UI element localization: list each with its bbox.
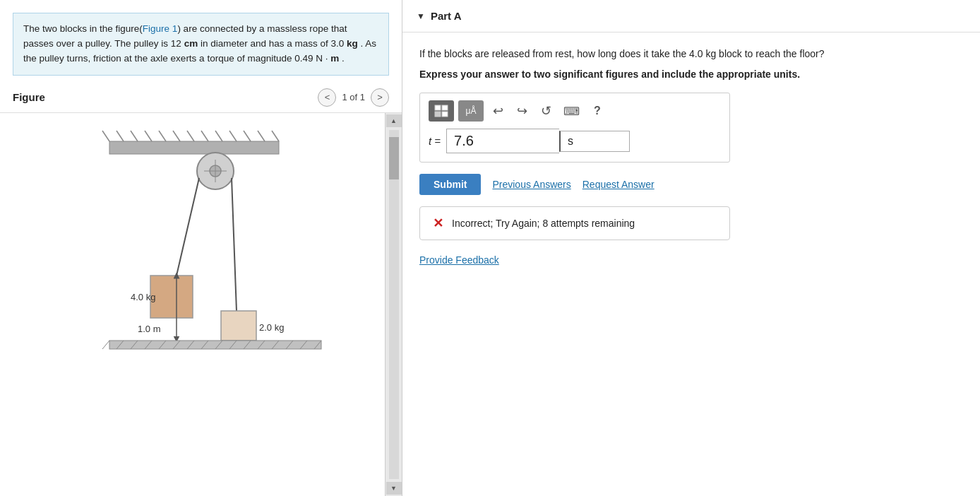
- figure-link[interactable]: Figure 1: [143, 23, 178, 34]
- figure-next-btn[interactable]: >: [371, 88, 389, 107]
- svg-line-27: [102, 341, 109, 349]
- scroll-up-btn[interactable]: ▲: [386, 114, 402, 127]
- figure-navigation: < 1 of 1 >: [318, 88, 389, 107]
- incorrect-box: ✕ Incorrect; Try Again; 8 attempts remai…: [419, 206, 730, 240]
- matrix-icon: [434, 105, 448, 117]
- figure-page: 1 of 1: [342, 92, 365, 102]
- svg-rect-44: [442, 105, 448, 110]
- svg-line-4: [145, 131, 152, 141]
- svg-line-1: [102, 131, 109, 141]
- question-text: If the blocks are released from rest, ho…: [419, 47, 963, 61]
- svg-rect-46: [442, 112, 448, 117]
- keyboard-button[interactable]: ⌨: [560, 101, 583, 121]
- svg-line-12: [258, 131, 265, 141]
- instruction-text: Express your answer to two significant f…: [419, 69, 963, 80]
- svg-line-19: [232, 178, 237, 311]
- part-content: If the blocks are released from rest, ho…: [402, 33, 980, 280]
- mu-button[interactable]: μÅ: [458, 100, 484, 122]
- svg-text:2.0 kg: 2.0 kg: [259, 322, 284, 333]
- answer-input-row: t =: [429, 129, 721, 153]
- svg-line-8: [201, 131, 208, 141]
- previous-answers-link[interactable]: Previous Answers: [492, 179, 570, 190]
- svg-line-5: [159, 131, 166, 141]
- figure-area: Figure < 1 of 1 >: [0, 83, 402, 496]
- svg-rect-20: [150, 276, 193, 318]
- feedback-link[interactable]: Provide Feedback: [419, 254, 499, 266]
- collapse-arrow-icon[interactable]: ▼: [417, 11, 425, 21]
- scroll-track: [389, 130, 399, 479]
- request-answer-link[interactable]: Request Answer: [582, 179, 655, 190]
- part-title: Part A: [431, 10, 462, 22]
- figure-prev-btn[interactable]: <: [318, 88, 336, 107]
- svg-line-7: [187, 131, 194, 141]
- left-panel: The two blocks in the figure(Figure 1) a…: [0, 0, 402, 496]
- svg-text:1.0 m: 1.0 m: [138, 324, 161, 334]
- figure-header: Figure < 1 of 1 >: [0, 83, 402, 113]
- svg-rect-24: [221, 311, 256, 341]
- part-header: ▼ Part A: [402, 0, 980, 33]
- incorrect-icon: ✕: [433, 215, 443, 231]
- svg-rect-45: [435, 112, 441, 117]
- svg-line-2: [116, 131, 124, 141]
- matrix-button[interactable]: [429, 100, 454, 122]
- answer-label: t =: [429, 135, 441, 147]
- redo-button[interactable]: ↪: [512, 101, 532, 121]
- problem-text: The two blocks in the figure(Figure 1) a…: [13, 13, 389, 76]
- physics-diagram: 4.0 kg 1.0 m 2.0 kg: [67, 120, 349, 360]
- help-button[interactable]: ?: [587, 101, 607, 121]
- svg-line-10: [229, 131, 237, 141]
- svg-line-3: [131, 131, 138, 141]
- refresh-button[interactable]: ↺: [536, 101, 556, 121]
- svg-line-9: [215, 131, 222, 141]
- scroll-down-btn[interactable]: ▼: [386, 482, 402, 495]
- svg-rect-43: [435, 105, 441, 110]
- incorrect-text: Incorrect; Try Again; 8 attempts remaini…: [452, 218, 635, 229]
- svg-rect-0: [109, 141, 279, 154]
- answer-unit-input[interactable]: [559, 131, 630, 152]
- answer-value-input[interactable]: [446, 129, 559, 153]
- figure-scrollbar[interactable]: ▲ ▼: [385, 113, 402, 496]
- right-panel: ▼ Part A If the blocks are released from…: [402, 0, 980, 496]
- submit-button[interactable]: Submit: [419, 174, 481, 195]
- submit-row: Submit Previous Answers Request Answer: [419, 174, 963, 195]
- figure-label: Figure: [13, 91, 45, 103]
- svg-line-18: [177, 178, 199, 276]
- answer-toolbar: μÅ ↩ ↪ ↺ ⌨ ?: [429, 100, 721, 122]
- svg-text:4.0 kg: 4.0 kg: [131, 292, 155, 302]
- answer-box: μÅ ↩ ↪ ↺ ⌨ ? t =: [419, 93, 730, 163]
- svg-line-6: [173, 131, 180, 141]
- figure-content: 4.0 kg 1.0 m 2.0 kg: [0, 113, 402, 496]
- svg-line-13: [272, 131, 279, 141]
- svg-line-11: [244, 131, 251, 141]
- scroll-thumb[interactable]: [389, 137, 399, 179]
- problem-intro: The two blocks in the figure(: [23, 23, 143, 34]
- undo-button[interactable]: ↩: [488, 101, 508, 121]
